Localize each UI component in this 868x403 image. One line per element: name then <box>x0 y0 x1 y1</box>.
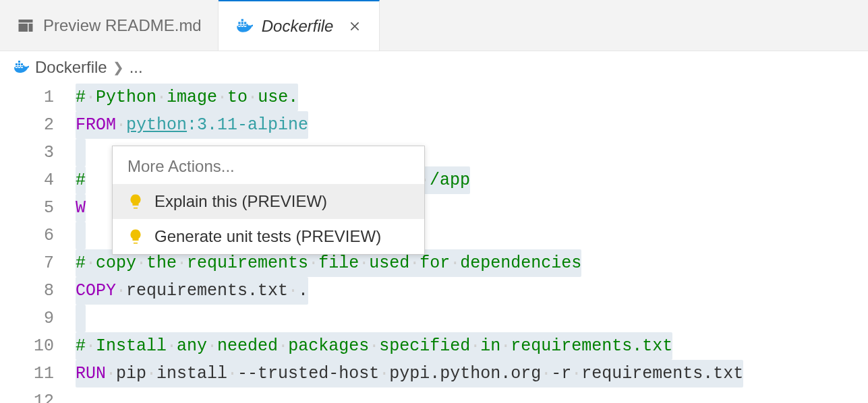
tab-close-button[interactable] <box>347 18 363 34</box>
code-token-comment: #·Python·image·to·use. <box>76 88 298 107</box>
code-line[interactable]: #·Install·any·needed·packages·specified·… <box>76 332 868 360</box>
tab-dockerfile[interactable]: Dockerfile <box>219 0 380 51</box>
line-number: 2 <box>0 111 54 139</box>
code-token-image: python <box>126 115 187 135</box>
line-number: 12 <box>0 388 54 403</box>
lightbulb-icon <box>127 228 144 245</box>
code-token-keyword: COPY <box>76 281 116 301</box>
code-token-tag: :3.11-alpine <box>187 115 308 135</box>
code-token-text: requirements.txt·. <box>126 281 308 301</box>
line-number: 7 <box>0 249 54 277</box>
breadcrumb-file: Dockerfile <box>35 58 107 77</box>
code-token-comment: #·Install·any·needed·packages·specified·… <box>76 336 672 356</box>
line-number: 1 <box>0 84 54 111</box>
line-number: 11 <box>0 360 54 388</box>
close-icon <box>349 20 361 32</box>
menu-item-label: Explain this (PREVIEW) <box>154 192 327 211</box>
code-token-text: pip·install·--trusted-host·pypi.python.o… <box>116 364 743 383</box>
preview-icon <box>16 16 35 35</box>
menu-item-label: Generate unit tests (PREVIEW) <box>154 227 381 246</box>
menu-item-generate-tests[interactable]: Generate unit tests (PREVIEW) <box>113 219 424 254</box>
line-number: 9 <box>0 305 54 332</box>
line-number: 8 <box>0 277 54 305</box>
code-line[interactable]: #·Python·image·to·use. <box>76 84 868 111</box>
code-line[interactable]: COPY·requirements.txt·. <box>76 277 868 305</box>
menu-title: More Actions... <box>113 146 424 184</box>
line-gutter: 1 2 3 4 5 6 7 8 9 10 11 12 <box>0 84 76 403</box>
line-number: 10 <box>0 332 54 360</box>
breadcrumb-segment: ... <box>129 58 143 77</box>
code-line[interactable]: RUN·pip·install·--trusted-host·pypi.pyth… <box>76 360 868 388</box>
code-line[interactable]: FROM·python:3.11-alpine <box>76 111 868 139</box>
code-token-comment: #·copy·the·requirements·file·used·for·de… <box>76 253 581 273</box>
code-line[interactable] <box>76 305 868 332</box>
line-number: 6 <box>0 222 54 249</box>
breadcrumb[interactable]: Dockerfile ❯ ... <box>0 51 868 84</box>
tab-label: Preview README.md <box>43 16 202 35</box>
code-token-keyword: RUN <box>76 364 106 383</box>
tab-bar: Preview README.md Dockerfile <box>0 0 868 51</box>
tab-label: Dockerfile <box>262 17 334 36</box>
code-token-keyword: W <box>76 198 86 218</box>
lightbulb-icon[interactable] <box>84 115 98 130</box>
docker-icon <box>235 17 254 36</box>
docker-icon <box>12 59 30 76</box>
line-number: 3 <box>0 139 54 166</box>
lightbulb-icon <box>127 193 144 210</box>
menu-item-explain[interactable]: Explain this (PREVIEW) <box>113 184 424 219</box>
chevron-right-icon: ❯ <box>113 59 124 75</box>
tab-preview-readme[interactable]: Preview README.md <box>0 0 219 51</box>
code-actions-menu: More Actions... Explain this (PREVIEW) G… <box>112 146 425 255</box>
line-number: 5 <box>0 194 54 222</box>
line-number: 4 <box>0 166 54 194</box>
code-line[interactable] <box>76 388 868 403</box>
